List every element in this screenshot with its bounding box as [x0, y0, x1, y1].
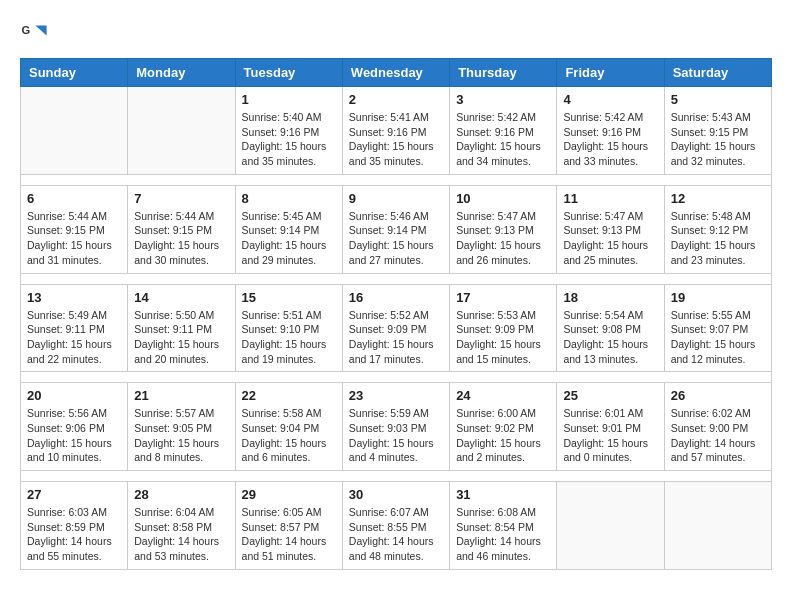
day-number: 9 [349, 191, 443, 206]
calendar-cell: 10Sunrise: 5:47 AM Sunset: 9:13 PM Dayli… [450, 185, 557, 273]
calendar-cell: 29Sunrise: 6:05 AM Sunset: 8:57 PM Dayli… [235, 482, 342, 570]
day-number: 4 [563, 92, 657, 107]
logo-icon: G [20, 20, 48, 48]
day-number: 22 [242, 388, 336, 403]
day-detail: Sunrise: 5:51 AM Sunset: 9:10 PM Dayligh… [242, 308, 336, 367]
day-number: 13 [27, 290, 121, 305]
day-detail: Sunrise: 5:59 AM Sunset: 9:03 PM Dayligh… [349, 406, 443, 465]
calendar-cell: 14Sunrise: 5:50 AM Sunset: 9:11 PM Dayli… [128, 284, 235, 372]
calendar-cell: 20Sunrise: 5:56 AM Sunset: 9:06 PM Dayli… [21, 383, 128, 471]
day-detail: Sunrise: 5:56 AM Sunset: 9:06 PM Dayligh… [27, 406, 121, 465]
calendar-cell: 7Sunrise: 5:44 AM Sunset: 9:15 PM Daylig… [128, 185, 235, 273]
week-separator [21, 372, 772, 383]
calendar-cell: 5Sunrise: 5:43 AM Sunset: 9:15 PM Daylig… [664, 87, 771, 175]
calendar-cell: 17Sunrise: 5:53 AM Sunset: 9:09 PM Dayli… [450, 284, 557, 372]
day-number: 2 [349, 92, 443, 107]
weekday-header-wednesday: Wednesday [342, 59, 449, 87]
day-number: 3 [456, 92, 550, 107]
day-detail: Sunrise: 5:57 AM Sunset: 9:05 PM Dayligh… [134, 406, 228, 465]
week-separator [21, 471, 772, 482]
day-detail: Sunrise: 5:47 AM Sunset: 9:13 PM Dayligh… [456, 209, 550, 268]
svg-marker-1 [35, 26, 46, 36]
day-number: 16 [349, 290, 443, 305]
calendar-cell [21, 87, 128, 175]
day-detail: Sunrise: 5:44 AM Sunset: 9:15 PM Dayligh… [27, 209, 121, 268]
calendar-week-4: 20Sunrise: 5:56 AM Sunset: 9:06 PM Dayli… [21, 383, 772, 471]
day-detail: Sunrise: 6:07 AM Sunset: 8:55 PM Dayligh… [349, 505, 443, 564]
calendar-week-1: 1Sunrise: 5:40 AM Sunset: 9:16 PM Daylig… [21, 87, 772, 175]
calendar-cell: 25Sunrise: 6:01 AM Sunset: 9:01 PM Dayli… [557, 383, 664, 471]
calendar-cell [664, 482, 771, 570]
calendar-cell: 15Sunrise: 5:51 AM Sunset: 9:10 PM Dayli… [235, 284, 342, 372]
day-number: 21 [134, 388, 228, 403]
day-number: 28 [134, 487, 228, 502]
calendar-cell: 19Sunrise: 5:55 AM Sunset: 9:07 PM Dayli… [664, 284, 771, 372]
calendar-cell: 16Sunrise: 5:52 AM Sunset: 9:09 PM Dayli… [342, 284, 449, 372]
calendar-header-row: SundayMondayTuesdayWednesdayThursdayFrid… [21, 59, 772, 87]
day-detail: Sunrise: 6:05 AM Sunset: 8:57 PM Dayligh… [242, 505, 336, 564]
day-number: 5 [671, 92, 765, 107]
calendar-cell: 27Sunrise: 6:03 AM Sunset: 8:59 PM Dayli… [21, 482, 128, 570]
day-number: 11 [563, 191, 657, 206]
day-number: 10 [456, 191, 550, 206]
day-detail: Sunrise: 5:49 AM Sunset: 9:11 PM Dayligh… [27, 308, 121, 367]
calendar-cell: 11Sunrise: 5:47 AM Sunset: 9:13 PM Dayli… [557, 185, 664, 273]
day-number: 26 [671, 388, 765, 403]
calendar-cell: 9Sunrise: 5:46 AM Sunset: 9:14 PM Daylig… [342, 185, 449, 273]
week-separator [21, 273, 772, 284]
calendar-week-5: 27Sunrise: 6:03 AM Sunset: 8:59 PM Dayli… [21, 482, 772, 570]
calendar-cell: 30Sunrise: 6:07 AM Sunset: 8:55 PM Dayli… [342, 482, 449, 570]
day-detail: Sunrise: 5:41 AM Sunset: 9:16 PM Dayligh… [349, 110, 443, 169]
day-detail: Sunrise: 5:47 AM Sunset: 9:13 PM Dayligh… [563, 209, 657, 268]
day-detail: Sunrise: 6:00 AM Sunset: 9:02 PM Dayligh… [456, 406, 550, 465]
day-number: 27 [27, 487, 121, 502]
calendar-cell: 22Sunrise: 5:58 AM Sunset: 9:04 PM Dayli… [235, 383, 342, 471]
day-detail: Sunrise: 6:02 AM Sunset: 9:00 PM Dayligh… [671, 406, 765, 465]
logo: G [20, 20, 52, 48]
calendar-cell: 12Sunrise: 5:48 AM Sunset: 9:12 PM Dayli… [664, 185, 771, 273]
weekday-header-thursday: Thursday [450, 59, 557, 87]
day-detail: Sunrise: 5:42 AM Sunset: 9:16 PM Dayligh… [563, 110, 657, 169]
day-number: 1 [242, 92, 336, 107]
day-number: 17 [456, 290, 550, 305]
day-number: 6 [27, 191, 121, 206]
day-detail: Sunrise: 5:50 AM Sunset: 9:11 PM Dayligh… [134, 308, 228, 367]
day-detail: Sunrise: 5:52 AM Sunset: 9:09 PM Dayligh… [349, 308, 443, 367]
day-detail: Sunrise: 6:04 AM Sunset: 8:58 PM Dayligh… [134, 505, 228, 564]
day-detail: Sunrise: 5:54 AM Sunset: 9:08 PM Dayligh… [563, 308, 657, 367]
calendar-cell: 23Sunrise: 5:59 AM Sunset: 9:03 PM Dayli… [342, 383, 449, 471]
day-number: 15 [242, 290, 336, 305]
day-number: 29 [242, 487, 336, 502]
day-number: 30 [349, 487, 443, 502]
day-number: 24 [456, 388, 550, 403]
day-number: 19 [671, 290, 765, 305]
day-number: 7 [134, 191, 228, 206]
calendar-cell: 21Sunrise: 5:57 AM Sunset: 9:05 PM Dayli… [128, 383, 235, 471]
weekday-header-friday: Friday [557, 59, 664, 87]
weekday-header-saturday: Saturday [664, 59, 771, 87]
weekday-header-tuesday: Tuesday [235, 59, 342, 87]
day-number: 31 [456, 487, 550, 502]
day-number: 8 [242, 191, 336, 206]
day-detail: Sunrise: 5:53 AM Sunset: 9:09 PM Dayligh… [456, 308, 550, 367]
weekday-header-sunday: Sunday [21, 59, 128, 87]
day-number: 18 [563, 290, 657, 305]
calendar-cell: 26Sunrise: 6:02 AM Sunset: 9:00 PM Dayli… [664, 383, 771, 471]
day-detail: Sunrise: 5:55 AM Sunset: 9:07 PM Dayligh… [671, 308, 765, 367]
day-number: 12 [671, 191, 765, 206]
day-detail: Sunrise: 5:40 AM Sunset: 9:16 PM Dayligh… [242, 110, 336, 169]
day-number: 20 [27, 388, 121, 403]
calendar-table: SundayMondayTuesdayWednesdayThursdayFrid… [20, 58, 772, 570]
day-detail: Sunrise: 5:58 AM Sunset: 9:04 PM Dayligh… [242, 406, 336, 465]
day-detail: Sunrise: 6:01 AM Sunset: 9:01 PM Dayligh… [563, 406, 657, 465]
day-detail: Sunrise: 5:48 AM Sunset: 9:12 PM Dayligh… [671, 209, 765, 268]
page-header: G [20, 20, 772, 48]
calendar-cell: 24Sunrise: 6:00 AM Sunset: 9:02 PM Dayli… [450, 383, 557, 471]
calendar-cell: 13Sunrise: 5:49 AM Sunset: 9:11 PM Dayli… [21, 284, 128, 372]
calendar-cell: 6Sunrise: 5:44 AM Sunset: 9:15 PM Daylig… [21, 185, 128, 273]
calendar-cell [128, 87, 235, 175]
calendar-cell: 28Sunrise: 6:04 AM Sunset: 8:58 PM Dayli… [128, 482, 235, 570]
calendar-cell: 31Sunrise: 6:08 AM Sunset: 8:54 PM Dayli… [450, 482, 557, 570]
day-detail: Sunrise: 5:45 AM Sunset: 9:14 PM Dayligh… [242, 209, 336, 268]
day-detail: Sunrise: 5:46 AM Sunset: 9:14 PM Dayligh… [349, 209, 443, 268]
